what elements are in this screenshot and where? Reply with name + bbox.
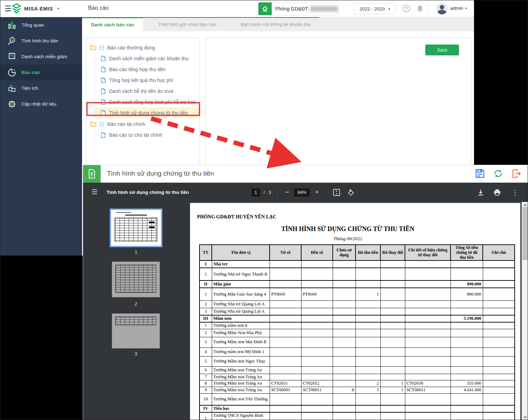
organization-selector[interactable]: Phòng GD&ĐT — [258, 2, 339, 15]
tab-2[interactable]: Tình hình gửi nhận báo cáo — [143, 17, 231, 31]
scrollbar-thumb[interactable] — [522, 207, 528, 260]
sidebar-item-4[interactable]: Báo cáo — [0, 65, 82, 80]
folder-icon — [90, 45, 96, 50]
report-cell-from — [270, 347, 301, 356]
report-cell-note — [483, 280, 515, 288]
brand-chevron-icon[interactable]: ▾ — [57, 6, 59, 11]
report-cell-to — [301, 329, 333, 337]
zoom-out-icon[interactable]: − — [284, 189, 291, 196]
report-cell-detail — [405, 374, 451, 380]
tab-1[interactable]: Danh sách báo cáo — [82, 17, 143, 31]
tree-group-1: Báo cáo thường dùngDanh sách miễn giảm c… — [87, 42, 199, 118]
report-column-header: Đã thay đổi — [380, 245, 405, 260]
page-number-input[interactable]: 1 — [251, 188, 260, 197]
report-cell-tt: 3 — [199, 308, 212, 315]
report-cell-total: 555.000 — [451, 380, 483, 387]
fit-page-icon[interactable] — [333, 189, 340, 196]
report-row: 9Trường Mầm non Tràng AnSCT00001SCT00011… — [199, 387, 515, 394]
report-cell-from — [270, 260, 301, 268]
report-cell-to: SCT00011 — [301, 387, 333, 394]
tree-item-report[interactable]: Danh sách hỗ trợ tiền ăn trưa — [95, 86, 199, 96]
avatar[interactable] — [436, 3, 448, 14]
tree-group-row[interactable]: Báo cáo tài chính — [87, 119, 199, 129]
tree-item-report[interactable]: Báo cáo tự chủ tài chính — [95, 129, 199, 140]
menu-hamburger-icon[interactable]: ☰ — [5, 4, 12, 13]
sidebar-item-5[interactable]: Tiện ích — [0, 80, 82, 96]
report-cell-unused — [333, 394, 356, 405]
report-cell-changed — [380, 405, 405, 412]
ticket-percent-icon: % — [7, 52, 16, 61]
sidebar-item-6[interactable]: Cập nhật dữ liệu — [0, 96, 82, 112]
tree-item-report[interactable]: Danh sách tổng hợp kinh phí hỗ trợ học — [95, 96, 199, 107]
file-icon — [99, 132, 106, 138]
report-cell-name: Trường Mầm non Tràng An — [212, 380, 270, 387]
download-icon[interactable] — [477, 189, 484, 196]
vertical-scrollbar[interactable] — [522, 202, 528, 420]
report-cell-detail — [405, 405, 451, 412]
notification-bell-icon[interactable] — [416, 5, 424, 13]
report-cell-to — [301, 394, 333, 405]
report-cell-total — [451, 300, 483, 308]
print-icon[interactable] — [493, 189, 501, 196]
school-year-select[interactable]: 2022 - 2023 ▾ — [354, 4, 396, 14]
tree-item-report[interactable]: Tình hình sử dụng chứng từ thu tiền — [95, 107, 199, 118]
thumbnail-page-number: 1 — [110, 249, 162, 255]
report-cell-from: CT02651 — [270, 380, 301, 387]
help-icon[interactable]: ? — [403, 5, 410, 12]
report-cell-to — [301, 337, 333, 347]
tab-3[interactable]: Ban hành mã thống kê khoản thu — [231, 17, 320, 31]
report-cell-unused — [333, 260, 356, 268]
scroll-up-icon[interactable] — [523, 204, 527, 206]
zoom-level-input[interactable]: 84% — [294, 188, 310, 197]
thumbnail-pane: 123 — [83, 202, 190, 420]
report-cell-unused — [333, 329, 356, 337]
thumbnails-toggle-icon[interactable]: ☰ — [92, 188, 97, 196]
page-thumbnail-2[interactable] — [112, 262, 160, 297]
report-cell-from: SCT00001 — [270, 387, 301, 394]
report-cell-to — [301, 300, 333, 308]
tree-group-row[interactable]: Báo cáo thường dùng — [87, 42, 199, 53]
report-cell-name: Nhà trẻ — [212, 260, 270, 268]
view-report-button[interactable]: Xem — [425, 45, 459, 55]
rotate-icon[interactable] — [347, 189, 355, 196]
tree-item-label: Danh sách hỗ trợ tiền ăn trưa — [109, 88, 174, 94]
report-cell-collected — [356, 300, 380, 308]
report-cell-note — [483, 300, 515, 308]
report-cell-collected — [356, 337, 380, 347]
save-icon[interactable] — [475, 169, 485, 178]
scroll-down-icon[interactable] — [523, 416, 527, 419]
tree-item-report[interactable]: Danh sách miễn giảm các khoản thu — [95, 53, 199, 64]
report-cell-name: Trường Mầm non Tràng An — [212, 387, 270, 394]
user-name[interactable]: admin — [450, 6, 463, 11]
zoom-in-icon[interactable]: + — [313, 189, 320, 196]
sidebar-item-3[interactable]: %Danh sách miễn giảm — [0, 49, 82, 65]
report-cell-from — [270, 329, 301, 337]
tree-item-report[interactable]: Báo cáo tổng hợp thu tiền — [95, 64, 199, 75]
report-cell-note — [483, 405, 515, 412]
report-row: 10Trường Mầm non Yên Thường — [199, 394, 515, 405]
collapse-toggle-icon[interactable] — [99, 46, 104, 50]
gear-icon — [7, 100, 16, 109]
collapse-toggle-icon[interactable] — [99, 122, 104, 127]
report-cell-changed — [380, 329, 405, 337]
report-cell-tt: 10 — [199, 394, 212, 405]
report-column-header: Từ số — [270, 245, 301, 260]
report-cell-from — [270, 394, 301, 405]
report-cell-collected: 3 — [356, 387, 380, 394]
sidebar-item-1[interactable]: Tổng quan — [0, 17, 82, 33]
page-thumbnail-3[interactable] — [112, 313, 160, 348]
file-icon — [99, 110, 106, 116]
sidebar-item-2[interactable]: $Tình hình thu tiền — [0, 33, 82, 49]
report-cell-unused — [333, 337, 356, 347]
report-cell-from — [270, 337, 301, 347]
user-menu-chevron-icon[interactable]: ▾ — [465, 6, 467, 10]
document-title: TÌNH HÌNH SỬ DỤNG CHỨNG TỪ THU TIỀN — [190, 225, 506, 233]
report-row: 8Trường Mầm non Tràng AnCT02651CT0265221… — [199, 380, 515, 387]
brand[interactable]: MISA EMIS ▾ — [12, 3, 59, 14]
tree-item-report[interactable]: Tổng hợp kết quả thu học phí — [95, 75, 199, 86]
report-row: 1Trường THCS Nguyễn Bình Khiêm — [199, 412, 515, 420]
refresh-icon[interactable] — [493, 169, 503, 178]
exit-icon[interactable] — [512, 169, 522, 178]
more-options-icon[interactable]: ⋮ — [510, 188, 520, 197]
page-thumbnail-1[interactable] — [110, 209, 162, 247]
